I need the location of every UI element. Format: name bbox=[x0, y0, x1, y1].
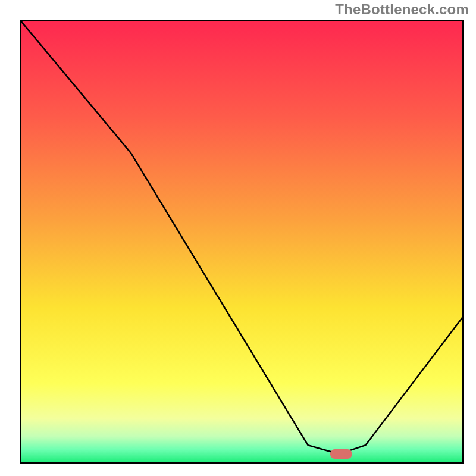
watermark-text: TheBottleneck.com bbox=[335, 1, 469, 18]
bottleneck-chart bbox=[0, 0, 476, 476]
chart-container: TheBottleneck.com bbox=[0, 0, 476, 476]
sweet-spot-marker bbox=[330, 449, 352, 459]
gradient-background bbox=[20, 20, 463, 463]
